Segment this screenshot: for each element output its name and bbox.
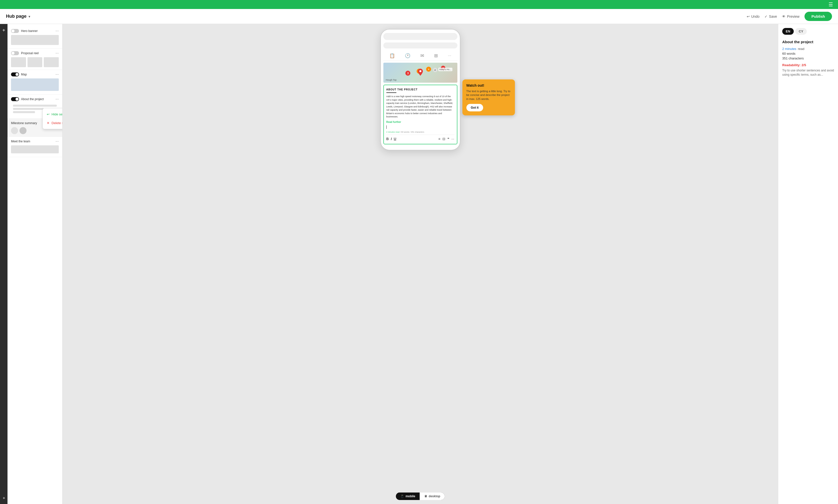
editor-toolbar: B I U ≡ ⊟ ❝ ··· bbox=[387, 134, 455, 141]
about-project-section[interactable]: ABOUT THE PROJECT A&B is a new high spee… bbox=[383, 85, 457, 144]
map-toggle[interactable] bbox=[11, 72, 19, 76]
quote-icon[interactable]: ❝ bbox=[447, 137, 449, 141]
read-time-link[interactable]: 2 minutes bbox=[782, 47, 796, 51]
about-divider bbox=[387, 92, 396, 93]
word-count: 2 minutes read / 60 words / 351 characte… bbox=[387, 131, 455, 133]
about-project-toggle[interactable] bbox=[11, 97, 19, 101]
sidebar-item-hero-banner: Hero banner ··· bbox=[7, 26, 62, 49]
panel-section-title: About the project bbox=[782, 40, 834, 44]
undo-button[interactable]: ↩ Undo bbox=[747, 15, 759, 18]
hide-section-menu-item[interactable]: ↩ Hide section bbox=[43, 110, 63, 119]
header: Hub page ▾ ↩ Undo ✓ Save 👁 Preview Publi… bbox=[0, 9, 838, 24]
more-toolbar-icon[interactable]: ··· bbox=[451, 137, 455, 141]
more-nav-icon[interactable]: ··· bbox=[448, 53, 451, 58]
bullet-list-icon[interactable]: ≡ bbox=[439, 137, 440, 141]
magic-icon[interactable]: ✦ bbox=[2, 496, 5, 501]
watchout-title: Watch out! bbox=[466, 84, 511, 87]
context-menu: ↩ Hide section ✕ Delete section bbox=[42, 108, 63, 129]
desktop-icon: 🖥 bbox=[424, 494, 427, 498]
read-label: read bbox=[798, 47, 804, 51]
italic-button[interactable]: I bbox=[391, 137, 392, 141]
meet-team-menu-button[interactable]: ··· bbox=[55, 139, 59, 143]
map-pin: 2 bbox=[433, 68, 438, 72]
sidebar-item-milestone-summary: Milestone summary ··· ↩ Hide section ✕ D… bbox=[7, 119, 62, 137]
readability-hint: Try to use shorter sentences and avoid u… bbox=[782, 68, 834, 77]
mobile-view-button[interactable]: 📱 mobile bbox=[396, 492, 420, 500]
map-label: Map bbox=[21, 73, 27, 76]
underline-button[interactable]: U bbox=[394, 137, 396, 141]
save-button[interactable]: ✓ Save bbox=[765, 15, 777, 18]
map-pin: + bbox=[426, 67, 431, 72]
header-left: Hub page ▾ bbox=[6, 14, 30, 19]
proposal-reel-menu-button[interactable]: ··· bbox=[55, 51, 59, 55]
bold-button[interactable]: B bbox=[387, 137, 389, 141]
hamburger-icon[interactable]: ☰ bbox=[828, 1, 833, 7]
hero-banner-preview bbox=[11, 35, 59, 45]
search-bar bbox=[383, 42, 457, 49]
chars-value: 351 characters bbox=[782, 56, 804, 60]
hero-banner-toggle[interactable] bbox=[11, 29, 19, 33]
device-notch bbox=[383, 33, 457, 40]
proposal-reel-label: Proposal reel bbox=[21, 51, 39, 55]
layers-nav-icon[interactable]: ⊞ bbox=[434, 53, 438, 58]
chars-row: 351 characters bbox=[782, 56, 834, 60]
left-strip: + ✦ bbox=[0, 24, 7, 504]
check-icon: ✓ bbox=[765, 15, 768, 18]
proposal-reel-toggle[interactable] bbox=[11, 51, 19, 55]
clock-nav-icon[interactable]: 🕐 bbox=[405, 53, 410, 58]
main-map-pin bbox=[418, 69, 423, 77]
numbered-list-icon[interactable]: ⊟ bbox=[442, 137, 445, 141]
hide-icon: ↩ bbox=[47, 112, 50, 116]
add-icon[interactable]: + bbox=[2, 28, 5, 33]
map-location-label: Mary's Ho... bbox=[439, 68, 452, 71]
hero-banner-menu-button[interactable]: ··· bbox=[55, 29, 59, 33]
read-time-stat: 2 minutes read bbox=[387, 131, 399, 133]
meet-team-label: Meet the team bbox=[11, 140, 30, 143]
sidebar-item-map: Map ··· bbox=[7, 70, 62, 95]
delete-section-menu-item[interactable]: ✕ Delete section bbox=[43, 119, 63, 127]
avatar bbox=[11, 127, 18, 134]
send-nav-icon[interactable]: ✉ bbox=[421, 53, 424, 58]
map-label-text: Hough Top bbox=[386, 79, 397, 81]
about-project-label: About the project bbox=[21, 97, 44, 101]
preview-button[interactable]: 👁 Preview bbox=[782, 15, 800, 18]
hero-banner-label: Hero banner bbox=[21, 29, 38, 33]
publish-button[interactable]: Publish bbox=[804, 12, 832, 21]
got-it-button[interactable]: Got it bbox=[466, 104, 483, 111]
device-nav: 📋 🕐 ✉ ⊞ ··· bbox=[383, 51, 457, 61]
sidebar-item-meet-team: Meet the team ··· bbox=[7, 137, 62, 157]
device-frame: 📋 🕐 ✉ ⊞ ··· 3 3 + 2 3 Hough To bbox=[380, 29, 460, 150]
watchout-text: The text is getting a little long. Try t… bbox=[466, 89, 511, 101]
read-time-row: 2 minutes read bbox=[782, 47, 834, 51]
page-title: Hub page bbox=[6, 14, 27, 19]
map-pin: 3 bbox=[405, 71, 410, 76]
top-bar: ☰ bbox=[0, 0, 838, 9]
chevron-down-icon[interactable]: ▾ bbox=[29, 15, 30, 18]
delete-icon: ✕ bbox=[47, 121, 50, 125]
words-row: 60 words bbox=[782, 52, 834, 55]
about-project-menu-button[interactable]: ··· bbox=[55, 97, 59, 101]
milestone-summary-label: Milestone summary bbox=[11, 121, 37, 125]
main-layout: + ✦ Hero banner ··· bbox=[0, 24, 838, 504]
map-menu-button[interactable]: ··· bbox=[55, 72, 59, 76]
read-further-link[interactable]: Read further bbox=[387, 121, 455, 123]
language-switcher: EN CY bbox=[782, 28, 834, 35]
about-body-text: A&B is a new high speed motorway connect… bbox=[387, 95, 455, 119]
lang-en-button[interactable]: EN bbox=[782, 28, 794, 35]
map-area: 3 3 + 2 3 Hough Top Mary's Ho... bbox=[383, 63, 457, 83]
avatar bbox=[19, 127, 27, 134]
right-panel: EN CY About the project 2 minutes read 6… bbox=[778, 24, 838, 504]
device-toggle: 📱 mobile 🖥 desktop bbox=[396, 492, 445, 500]
about-section-title: ABOUT THE PROJECT bbox=[387, 88, 455, 91]
desktop-view-button[interactable]: 🖥 desktop bbox=[420, 492, 445, 500]
sidebar-item-proposal-reel: Proposal reel ··· bbox=[7, 49, 62, 70]
words-value: 60 words bbox=[782, 52, 796, 55]
header-right: ↩ Undo ✓ Save 👁 Preview Publish bbox=[747, 12, 832, 21]
mobile-icon: 📱 bbox=[400, 494, 404, 498]
sidebar: Hero banner ··· Proposal reel ··· bbox=[7, 24, 63, 504]
center-content: 📋 🕐 ✉ ⊞ ··· 3 3 + 2 3 Hough To bbox=[63, 24, 778, 504]
lang-cy-button[interactable]: CY bbox=[795, 28, 807, 35]
undo-icon: ↩ bbox=[747, 15, 750, 18]
docs-nav-icon[interactable]: 📋 bbox=[389, 53, 395, 58]
svg-point-0 bbox=[420, 70, 421, 72]
